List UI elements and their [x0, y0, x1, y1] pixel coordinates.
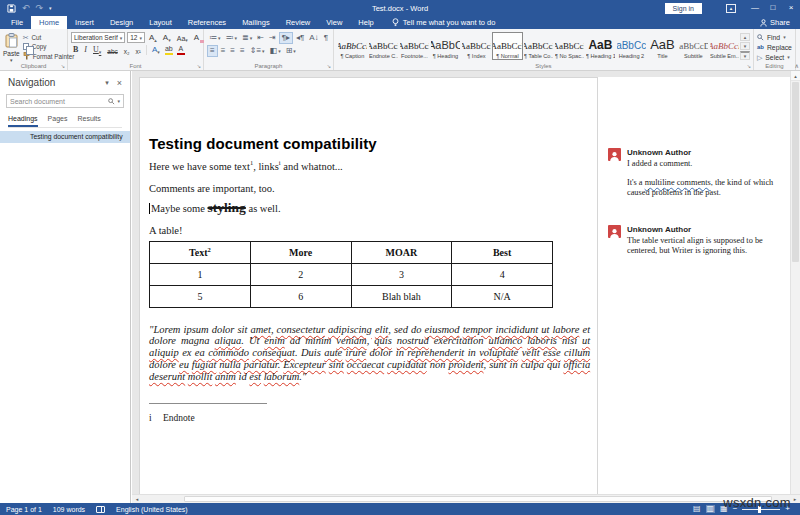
- document-table[interactable]: Text2MoreMOARBest123456Blah blahN/A: [149, 241, 553, 308]
- table-cell[interactable]: 3: [351, 263, 452, 285]
- style-card-endnote-c-[interactable]: AaBbCcIEndnote C...: [369, 33, 398, 59]
- footnote-ref-2[interactable]: 2: [208, 246, 211, 253]
- table-header-cell[interactable]: MOAR: [351, 241, 452, 263]
- style-card-title[interactable]: AaBTitle: [648, 33, 677, 59]
- table-cell[interactable]: 5: [150, 285, 251, 307]
- redo-icon[interactable]: ↷: [36, 4, 44, 13]
- tab-layout[interactable]: Layout: [141, 16, 180, 29]
- tab-file[interactable]: File: [3, 16, 31, 29]
- scroll-left-arrow-icon[interactable]: ◂: [132, 495, 142, 503]
- tab-insert[interactable]: Insert: [67, 16, 102, 29]
- horizontal-scrollbar[interactable]: ◂ ▸: [132, 494, 800, 503]
- nav-tab-results[interactable]: Results: [77, 115, 100, 127]
- page-indicator[interactable]: Page 1 of 1: [6, 506, 42, 513]
- borders-button[interactable]: ⊞▾: [284, 45, 298, 57]
- font-color-button[interactable]: A: [176, 44, 186, 55]
- nav-tab-headings[interactable]: Headings: [8, 115, 38, 127]
- style-card--caption[interactable]: AaBbCcI¶ Caption: [338, 33, 367, 59]
- replace-button[interactable]: ab Replace: [757, 42, 792, 52]
- tab-references[interactable]: References: [180, 16, 234, 29]
- shrink-font-button[interactable]: A▾: [161, 32, 173, 43]
- style-card--heading-1[interactable]: AaB¶ Heading 1: [586, 33, 615, 59]
- maximize-button[interactable]: □: [764, 0, 782, 16]
- justify-button[interactable]: ≡: [238, 45, 247, 57]
- align-center-button[interactable]: ≡: [219, 45, 228, 57]
- change-case-button[interactable]: Aa▾: [175, 32, 190, 43]
- subscript-button[interactable]: x₂: [122, 44, 132, 55]
- rtl-direction-button[interactable]: ◂¶: [294, 32, 306, 44]
- nav-heading-item[interactable]: Testing document compatibility: [0, 131, 130, 143]
- navigation-options-caret-icon[interactable]: ▾: [105, 79, 109, 87]
- tell-me-box[interactable]: Tell me what you want to do: [392, 16, 496, 29]
- tab-review[interactable]: Review: [278, 16, 319, 29]
- read-mode-icon[interactable]: ▤: [693, 505, 701, 513]
- scroll-up-arrow-icon[interactable]: ▴: [791, 71, 800, 81]
- qat-customize-icon[interactable]: ▾: [49, 5, 52, 11]
- table-cell[interactable]: 1: [150, 263, 251, 285]
- navigation-close-icon[interactable]: ×: [117, 78, 122, 88]
- font-name-combo[interactable]: Liberation Serif ▾: [71, 32, 125, 43]
- share-button[interactable]: Share: [760, 16, 800, 29]
- highlight-color-button[interactable]: ab: [164, 44, 174, 55]
- strikethrough-button[interactable]: abc: [105, 44, 119, 55]
- styles-scroll-down-icon[interactable]: ▾: [740, 42, 750, 50]
- styles-dialog-launcher-icon[interactable]: ↘: [747, 63, 751, 69]
- scroll-right-arrow-icon[interactable]: ▸: [790, 495, 800, 503]
- align-left-button[interactable]: ≡: [207, 45, 218, 57]
- style-card--index[interactable]: AaBbCcI¶ Index: [462, 33, 491, 59]
- shading-button[interactable]: ◧▾: [268, 45, 283, 57]
- language-indicator[interactable]: English (United States): [116, 506, 188, 513]
- style-card-subtle-em-[interactable]: AaBbCcISubtle Em...: [710, 33, 739, 59]
- table-header-cell[interactable]: Best: [452, 241, 553, 263]
- undo-icon[interactable]: ↶: [22, 4, 30, 13]
- minimize-button[interactable]: —: [746, 0, 764, 16]
- style-card--no-spac-[interactable]: AaBbCcI¶ No Spac...: [555, 33, 584, 59]
- vertical-scrollbar-thumb[interactable]: [792, 82, 799, 262]
- table-cell[interactable]: 4: [452, 263, 553, 285]
- font-dialog-launcher-icon[interactable]: ↘: [197, 63, 201, 69]
- tab-design[interactable]: Design: [102, 16, 141, 29]
- table-cell[interactable]: 6: [250, 285, 351, 307]
- find-button[interactable]: Find ▾: [757, 32, 792, 42]
- sort-button[interactable]: A↓: [307, 32, 320, 44]
- style-card-footnote-[interactable]: AaBbCcIFootnote...: [400, 33, 429, 59]
- word-count[interactable]: 109 words: [53, 506, 85, 513]
- increase-indent-button[interactable]: ⇥: [267, 32, 278, 44]
- decrease-indent-button[interactable]: ⇤: [255, 32, 266, 44]
- style-card--table-co-[interactable]: AaBbCcI¶ Table Co...: [524, 33, 553, 59]
- align-right-button[interactable]: ≡: [228, 45, 237, 57]
- close-button[interactable]: ×: [782, 0, 800, 16]
- navigation-search-box[interactable]: ▾: [6, 94, 124, 108]
- grow-font-button[interactable]: A▴: [147, 32, 159, 43]
- underline-button[interactable]: U▾: [91, 44, 103, 55]
- ribbon-display-options-icon[interactable]: ▴: [726, 4, 736, 13]
- style-card--normal[interactable]: AaBbCcI¶ Normal: [493, 33, 522, 59]
- select-button[interactable]: ▷ Select ▾: [757, 52, 792, 62]
- style-card--heading[interactable]: AaBbC¶ Heading: [431, 33, 460, 59]
- clipboard-dialog-launcher-icon[interactable]: ↘: [61, 63, 65, 69]
- table-cell[interactable]: 2: [250, 263, 351, 285]
- search-options-caret-icon[interactable]: ▾: [117, 98, 120, 104]
- tab-help[interactable]: Help: [350, 16, 381, 29]
- vertical-scrollbar[interactable]: ▴: [790, 71, 800, 494]
- text-effects-button[interactable]: A▾: [150, 44, 162, 55]
- ltr-direction-button[interactable]: ¶▸: [279, 32, 293, 44]
- save-icon[interactable]: [7, 4, 16, 13]
- italic-button[interactable]: I: [82, 44, 89, 55]
- bullets-button[interactable]: ≔▾: [207, 32, 223, 44]
- copy-button[interactable]: Copy: [23, 43, 75, 50]
- tab-home[interactable]: Home: [31, 16, 67, 29]
- comment-2[interactable]: Unknown AuthorThe table vertical align i…: [608, 225, 786, 256]
- numbering-button[interactable]: ≕▾: [224, 32, 240, 44]
- superscript-button[interactable]: x¹: [134, 44, 143, 55]
- table-cell[interactable]: Blah blah: [351, 285, 452, 307]
- collapse-ribbon-icon[interactable]: ∧: [794, 62, 798, 69]
- table-header-cell[interactable]: Text2: [150, 241, 251, 263]
- print-layout-icon[interactable]: ▥: [706, 505, 716, 513]
- styles-scroll-up-icon[interactable]: ▴: [740, 33, 750, 41]
- style-card-subtitle[interactable]: AaBbCcDcSubtitle: [679, 33, 708, 59]
- bold-button[interactable]: B: [71, 44, 80, 55]
- paste-button[interactable]: Paste ▾: [3, 31, 20, 61]
- table-cell[interactable]: N/A: [452, 285, 553, 307]
- search-input[interactable]: [10, 98, 108, 105]
